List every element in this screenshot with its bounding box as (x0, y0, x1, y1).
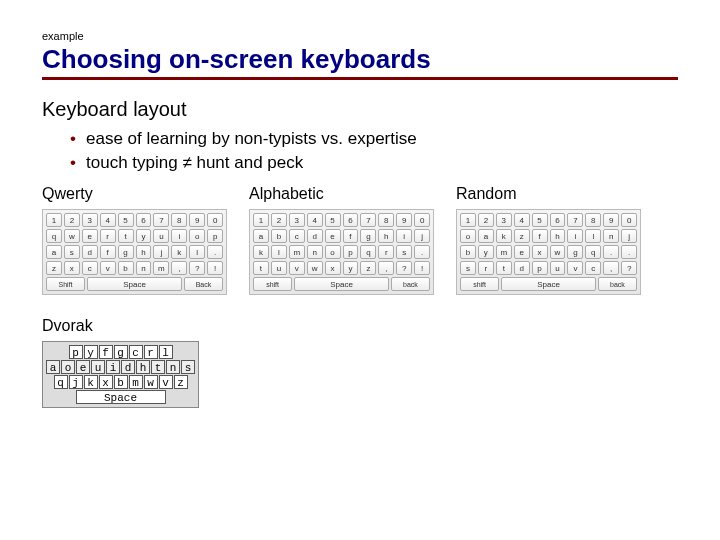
key[interactable]: f (99, 345, 113, 359)
key[interactable]: o (325, 245, 341, 259)
key[interactable]: t (253, 261, 269, 275)
key[interactable]: z (360, 261, 376, 275)
key[interactable]: a (46, 245, 62, 259)
key[interactable]: 7 (153, 213, 169, 227)
key[interactable]: 6 (550, 213, 566, 227)
key[interactable]: n (136, 261, 152, 275)
key[interactable]: 0 (621, 213, 637, 227)
key[interactable]: d (307, 229, 323, 243)
key[interactable]: y (343, 261, 359, 275)
key[interactable]: 7 (567, 213, 583, 227)
key[interactable]: i (396, 229, 412, 243)
key[interactable]: m (153, 261, 169, 275)
key[interactable]: 3 (289, 213, 305, 227)
key[interactable]: a (253, 229, 269, 243)
key[interactable]: n (603, 229, 619, 243)
key[interactable]: v (100, 261, 116, 275)
key[interactable]: k (171, 245, 187, 259)
key[interactable]: r (378, 245, 394, 259)
key[interactable]: u (550, 261, 566, 275)
key[interactable]: d (82, 245, 98, 259)
key[interactable]: 1 (253, 213, 269, 227)
key[interactable]: h (550, 229, 566, 243)
key[interactable]: i (567, 229, 583, 243)
key[interactable]: m (496, 245, 512, 259)
key[interactable]: z (46, 261, 62, 275)
key[interactable]: i (171, 229, 187, 243)
key[interactable]: n (166, 360, 180, 374)
key[interactable]: z (174, 375, 188, 389)
shift-key[interactable]: shift (460, 277, 499, 291)
key[interactable]: t (496, 261, 512, 275)
key[interactable]: m (129, 375, 143, 389)
key[interactable]: 3 (496, 213, 512, 227)
key[interactable]: s (396, 245, 412, 259)
key[interactable]: e (325, 229, 341, 243)
key[interactable]: c (82, 261, 98, 275)
key[interactable]: , (603, 261, 619, 275)
key[interactable]: 6 (136, 213, 152, 227)
key[interactable]: y (136, 229, 152, 243)
key[interactable]: a (478, 229, 494, 243)
key[interactable]: 6 (343, 213, 359, 227)
key[interactable]: e (514, 245, 530, 259)
key[interactable]: 8 (585, 213, 601, 227)
key[interactable]: y (84, 345, 98, 359)
key[interactable]: b (460, 245, 476, 259)
key[interactable]: 2 (271, 213, 287, 227)
key[interactable]: 0 (207, 213, 223, 227)
key[interactable]: p (69, 345, 83, 359)
key[interactable]: 4 (307, 213, 323, 227)
key[interactable]: w (64, 229, 80, 243)
key[interactable]: w (550, 245, 566, 259)
key[interactable]: j (153, 245, 169, 259)
key[interactable]: r (100, 229, 116, 243)
key[interactable]: , (378, 261, 394, 275)
key[interactable]: d (121, 360, 135, 374)
key[interactable]: s (181, 360, 195, 374)
shift-key[interactable]: shift (253, 277, 292, 291)
key[interactable]: b (114, 375, 128, 389)
key[interactable]: f (100, 245, 116, 259)
back-key[interactable]: back (598, 277, 637, 291)
key[interactable]: l (159, 345, 173, 359)
key[interactable]: e (76, 360, 90, 374)
space-key[interactable]: Space (501, 277, 596, 291)
key[interactable]: x (532, 245, 548, 259)
key[interactable]: h (136, 245, 152, 259)
key[interactable]: o (460, 229, 476, 243)
key[interactable]: 5 (532, 213, 548, 227)
key[interactable]: 9 (189, 213, 205, 227)
key[interactable]: v (159, 375, 173, 389)
key[interactable]: p (343, 245, 359, 259)
key[interactable]: y (478, 245, 494, 259)
key[interactable]: b (271, 229, 287, 243)
key[interactable]: l (189, 245, 205, 259)
key[interactable]: j (621, 229, 637, 243)
key[interactable]: x (64, 261, 80, 275)
space-key[interactable]: Space (294, 277, 389, 291)
key[interactable]: l (271, 245, 287, 259)
key[interactable]: v (567, 261, 583, 275)
key[interactable]: u (153, 229, 169, 243)
key[interactable]: ! (207, 261, 223, 275)
key[interactable]: c (585, 261, 601, 275)
key[interactable]: t (118, 229, 134, 243)
key[interactable]: p (207, 229, 223, 243)
key[interactable]: ? (396, 261, 412, 275)
key[interactable]: o (189, 229, 205, 243)
key[interactable]: a (46, 360, 60, 374)
key[interactable]: j (414, 229, 430, 243)
key[interactable]: i (106, 360, 120, 374)
key[interactable]: 1 (460, 213, 476, 227)
key[interactable]: h (378, 229, 394, 243)
key[interactable]: p (532, 261, 548, 275)
key[interactable]: g (118, 245, 134, 259)
key[interactable]: w (144, 375, 158, 389)
key[interactable]: 4 (100, 213, 116, 227)
key[interactable]: ? (189, 261, 205, 275)
key[interactable]: 5 (325, 213, 341, 227)
key[interactable]: s (64, 245, 80, 259)
back-key[interactable]: back (391, 277, 430, 291)
key[interactable]: c (129, 345, 143, 359)
